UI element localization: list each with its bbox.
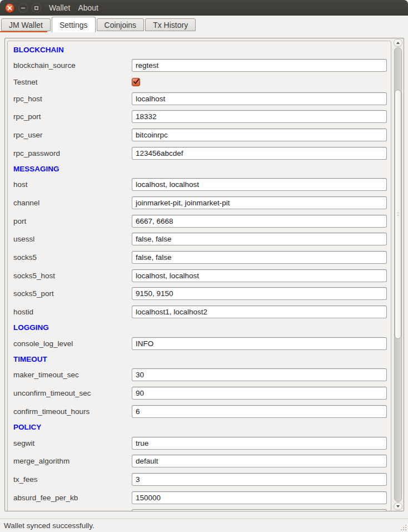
socks5-input[interactable] — [132, 251, 387, 264]
form-row: tx_fees — [8, 470, 391, 489]
maximize-icon — [34, 6, 39, 11]
field-label: Testnet — [13, 78, 132, 86]
form-row: port — [8, 212, 391, 230]
tab-coinjoins[interactable]: Coinjoins — [97, 18, 145, 31]
field-label: merge_algorithm — [13, 457, 132, 465]
form-row: rpc_user — [8, 126, 391, 144]
vertical-scrollbar[interactable] — [393, 39, 403, 510]
field-label: blockchain_source — [13, 61, 132, 70]
minimize-icon — [21, 6, 26, 11]
scrollbar-track[interactable] — [394, 47, 402, 502]
field-label: channel — [13, 199, 132, 207]
section-title-timeout: TIMEOUT — [8, 353, 391, 366]
segwit-input[interactable] — [132, 437, 387, 450]
close-icon — [7, 6, 12, 11]
form-row — [8, 506, 391, 511]
socks5_port-input[interactable] — [132, 287, 387, 300]
field-label: rpc_password — [13, 149, 132, 157]
field-label: segwit — [13, 439, 132, 447]
form-row: unconfirm_timeout_sec — [8, 384, 391, 402]
menu-about[interactable]: About — [74, 3, 102, 12]
field-label: hostid — [13, 308, 132, 316]
field-label: socks5_port — [13, 289, 132, 298]
scrollbar-thumb[interactable] — [395, 90, 401, 339]
form-row: blockchain_source — [8, 56, 391, 75]
rpc_user-input[interactable] — [132, 129, 387, 141]
form-row: hostid — [8, 303, 391, 321]
close-button[interactable] — [5, 3, 14, 13]
form-row: maker_timeout_sec — [8, 366, 391, 385]
field-label: usessl — [13, 235, 132, 243]
tab-settings[interactable]: Settings — [52, 17, 96, 32]
tab-jm-wallet[interactable]: JM Wallet — [1, 18, 51, 31]
settings-form: BLOCKCHAINblockchain_sourceTestnetrpc_ho… — [7, 41, 391, 511]
form-row: channel — [8, 194, 391, 212]
field-label: confirm_timeout_hours — [13, 407, 132, 416]
field-label: rpc_port — [13, 112, 132, 121]
blockchain_source-input[interactable] — [132, 59, 387, 72]
check-icon — [132, 78, 140, 86]
rpc_password-input[interactable] — [132, 147, 387, 160]
form-row: socks5_port — [8, 285, 391, 303]
rpc_host-input[interactable] — [132, 92, 387, 105]
section-title-blockchain: BLOCKCHAIN — [8, 43, 391, 56]
form-row: rpc_port — [8, 107, 391, 126]
field-label: rpc_user — [13, 131, 132, 139]
maximize-button[interactable] — [32, 3, 41, 13]
console_log_level-input[interactable] — [132, 337, 387, 350]
field-label: host — [13, 180, 132, 189]
host-input[interactable] — [132, 178, 387, 191]
form-row: absurd_fee_per_kb — [8, 489, 391, 507]
titlebar[interactable]: Wallet About — [0, 0, 408, 16]
port-input[interactable] — [132, 215, 387, 228]
scroll-up-icon — [396, 42, 400, 44]
field-label: socks5 — [13, 253, 132, 262]
settings-scroll-area: BLOCKCHAINblockchain_sourceTestnetrpc_ho… — [4, 38, 404, 511]
field-label: port — [13, 217, 132, 225]
form-row: host — [8, 175, 391, 194]
form-row: merge_algorithm — [8, 452, 391, 470]
usessl-input[interactable] — [132, 233, 387, 245]
status-bar: Wallet synced successfully. — [0, 519, 408, 532]
confirm_timeout_hours-input[interactable] — [132, 405, 387, 418]
field-label: tx_fees — [13, 475, 132, 484]
section-title-policy: POLICY — [8, 421, 391, 434]
section-title-messaging: MESSAGING — [8, 162, 391, 175]
form-row: socks5 — [8, 248, 391, 267]
app-window: Wallet About JM Wallet Settings Coinjoin… — [0, 0, 408, 532]
section-title-logging: LOGGING — [8, 321, 391, 334]
form-row: Testnet — [8, 75, 391, 90]
absurd_fee_per_kb-input[interactable] — [132, 491, 387, 504]
field-label: console_log_level — [13, 339, 132, 348]
scroll-down-button[interactable] — [394, 503, 402, 510]
scroll-up-button[interactable] — [394, 39, 402, 47]
form-row: rpc_password — [8, 144, 391, 162]
minimize-button[interactable] — [18, 3, 28, 13]
status-message: Wallet synced successfully. — [4, 521, 94, 530]
hostid-input[interactable] — [132, 306, 387, 318]
active-tab-accent-line — [0, 31, 47, 32]
next-field-input[interactable] — [132, 509, 387, 511]
rpc_port-input[interactable] — [132, 110, 387, 123]
tab-bar: JM Wallet Settings Coinjoins Tx History — [0, 16, 408, 32]
tab-tx-history[interactable]: Tx History — [145, 18, 196, 31]
field-label: unconfirm_timeout_sec — [13, 389, 132, 397]
form-row: usessl — [8, 230, 391, 249]
menu-wallet[interactable]: Wallet — [45, 3, 74, 12]
resize-grip[interactable] — [400, 524, 407, 531]
scroll-down-icon — [396, 505, 400, 508]
merge_algorithm-input[interactable] — [132, 455, 387, 467]
maker_timeout_sec-input[interactable] — [132, 368, 387, 381]
form-row: confirm_timeout_hours — [8, 402, 391, 421]
field-label: rpc_host — [13, 95, 132, 103]
channel-input[interactable] — [132, 196, 387, 209]
form-row: socks5_host — [8, 267, 391, 285]
testnet-checkbox[interactable] — [132, 78, 140, 86]
field-label: socks5_host — [13, 272, 132, 280]
form-row: console_log_level — [8, 334, 391, 353]
socks5_host-input[interactable] — [132, 269, 387, 282]
form-row: segwit — [8, 434, 391, 452]
field-label: absurd_fee_per_kb — [13, 494, 132, 502]
tx_fees-input[interactable] — [132, 473, 387, 486]
unconfirm_timeout_sec-input[interactable] — [132, 387, 387, 400]
